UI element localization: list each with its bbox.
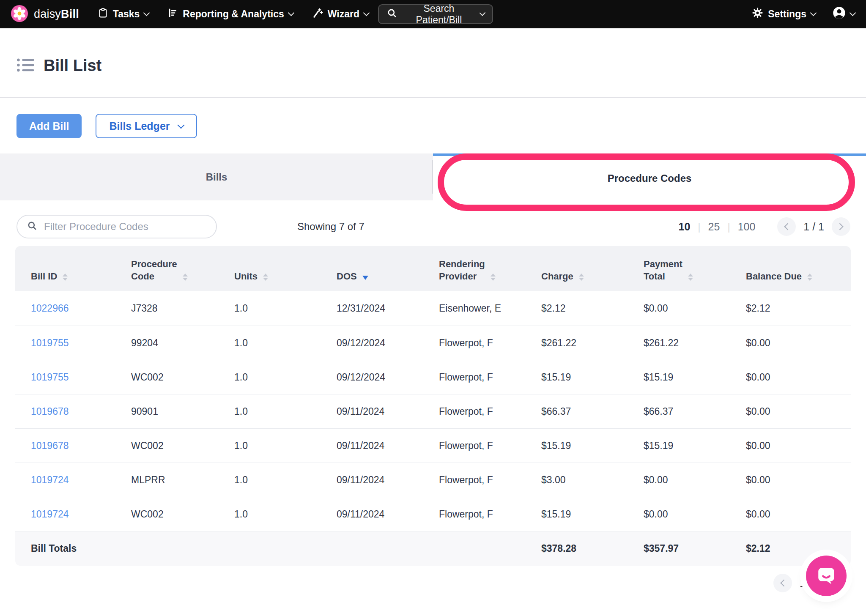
cell-balance-due: $0.00 bbox=[730, 474, 851, 486]
settings-menu[interactable]: Settings bbox=[752, 7, 816, 21]
totals-payment-total: $357.97 bbox=[628, 543, 730, 554]
search-patient-bill-button[interactable]: Search Patient/Bill bbox=[378, 4, 493, 24]
daisybill-brand[interactable]: daisyBill bbox=[11, 5, 79, 24]
cell-balance-due: $0.00 bbox=[730, 440, 851, 452]
search-label: Search Patient/Bill bbox=[403, 3, 474, 26]
column-header-rendering-provider[interactable]: Rendering Provider bbox=[423, 258, 526, 283]
settings-label: Settings bbox=[768, 8, 806, 20]
cell-charge: $15.19 bbox=[526, 509, 628, 520]
gear-icon bbox=[752, 7, 763, 21]
cell-dos: 09/11/2024 bbox=[321, 474, 423, 486]
bill-id-link[interactable]: 1019755 bbox=[15, 372, 115, 383]
sort-icon bbox=[183, 274, 188, 281]
bills-ledger-dropdown[interactable]: Bills Ledger bbox=[96, 114, 197, 138]
prev-page-button[interactable] bbox=[777, 217, 796, 236]
search-icon bbox=[386, 8, 397, 21]
cell-units: 1.0 bbox=[219, 406, 321, 417]
sort-icon bbox=[63, 274, 68, 281]
cell-payment-total: $0.00 bbox=[628, 474, 730, 486]
next-page-button[interactable] bbox=[832, 217, 850, 236]
page-size-100[interactable]: 100 bbox=[738, 221, 756, 233]
table-body: 1022966J73281.012/31/2024Eisenhower, E$2… bbox=[15, 291, 851, 531]
action-buttons: Add Bill Bills Ledger bbox=[16, 114, 866, 138]
column-header-charge[interactable]: Charge bbox=[526, 270, 628, 283]
cell-payment-total: $66.37 bbox=[628, 406, 730, 417]
cell-rendering-provider: Flowerpot, F bbox=[423, 337, 526, 349]
tab-bills[interactable]: Bills bbox=[0, 153, 433, 200]
cell-units: 1.0 bbox=[219, 303, 321, 314]
cell-dos: 09/11/2024 bbox=[321, 406, 423, 417]
daisybill-logo-icon bbox=[11, 5, 28, 24]
sort-icon bbox=[263, 274, 268, 281]
table-row: 1019724WC0021.009/11/2024Flowerpot, F$15… bbox=[15, 497, 851, 531]
cell-charge: $3.00 bbox=[526, 474, 628, 486]
cell-payment-total: $0.00 bbox=[628, 509, 730, 520]
cell-rendering-provider: Eisenhower, E bbox=[423, 303, 526, 314]
cell-dos: 09/12/2024 bbox=[321, 372, 423, 383]
page: daisyBill TasksReporting & AnalyticsWiza… bbox=[0, 0, 866, 616]
cell-rendering-provider: Flowerpot, F bbox=[423, 406, 526, 417]
tab-bar: BillsProcedure Codes bbox=[0, 153, 866, 200]
column-header-units[interactable]: Units bbox=[219, 270, 321, 283]
filter-procedure-codes-input[interactable] bbox=[44, 221, 207, 233]
prev-page-button[interactable] bbox=[773, 574, 792, 592]
cell-dos: 12/31/2024 bbox=[321, 303, 423, 314]
cell-procedure-code: MLPRR bbox=[115, 474, 219, 486]
bill-id-link[interactable]: 1019755 bbox=[15, 337, 115, 349]
cell-balance-due: $0.00 bbox=[730, 509, 851, 520]
cell-rendering-provider: Flowerpot, F bbox=[423, 509, 526, 520]
column-header-procedure-code[interactable]: Procedure Code bbox=[115, 258, 219, 283]
cell-rendering-provider: Flowerpot, F bbox=[423, 440, 526, 452]
page-size-10[interactable]: 10 bbox=[679, 221, 691, 233]
account-menu[interactable] bbox=[833, 6, 855, 22]
cell-charge: $261.22 bbox=[526, 337, 628, 349]
add-bill-button[interactable]: Add Bill bbox=[16, 114, 82, 138]
column-header-dos[interactable]: DOS bbox=[321, 270, 423, 283]
table-toolbar: Showing 7 of 7 10|25|100 1 / 1 bbox=[16, 215, 850, 238]
bill-id-link[interactable]: 1019724 bbox=[15, 474, 115, 486]
showing-count: Showing 7 of 7 bbox=[297, 221, 364, 233]
cell-units: 1.0 bbox=[219, 372, 321, 383]
cell-balance-due: $0.00 bbox=[730, 337, 851, 349]
chat-launcher-button[interactable] bbox=[806, 556, 847, 596]
magic-wand-icon bbox=[312, 8, 323, 21]
cell-units: 1.0 bbox=[219, 440, 321, 452]
page-size-options: 10|25|100 bbox=[679, 221, 756, 233]
cell-rendering-provider: Flowerpot, F bbox=[423, 474, 526, 486]
tab-procedure-codes[interactable]: Procedure Codes bbox=[433, 153, 866, 200]
nav-item-reporting-analytics[interactable]: Reporting & Analytics bbox=[167, 8, 293, 21]
chevron-down-icon bbox=[810, 10, 817, 16]
bill-totals-row: Bill Totals $378.28 $357.97 $2.12 bbox=[15, 531, 851, 566]
cell-units: 1.0 bbox=[219, 509, 321, 520]
sort-icon bbox=[807, 274, 812, 281]
bills-ledger-label: Bills Ledger bbox=[109, 120, 170, 132]
cell-procedure-code: J7328 bbox=[115, 303, 219, 314]
cell-units: 1.0 bbox=[219, 474, 321, 486]
user-avatar-icon bbox=[833, 6, 846, 22]
search-icon bbox=[27, 220, 38, 233]
bill-id-link[interactable]: 1022966 bbox=[15, 303, 115, 314]
page-size-25[interactable]: 25 bbox=[708, 221, 720, 233]
pagination-controls: 10|25|100 1 / 1 bbox=[679, 217, 850, 236]
column-header-payment-total[interactable]: Payment Total bbox=[628, 258, 730, 283]
table-row: 1019724MLPRR1.009/11/2024Flowerpot, F$3.… bbox=[15, 463, 851, 497]
list-icon bbox=[16, 57, 35, 75]
bill-id-link[interactable]: 1019678 bbox=[15, 406, 115, 417]
cell-charge: $66.37 bbox=[526, 406, 628, 417]
bill-id-link[interactable]: 1019724 bbox=[15, 509, 115, 520]
nav-menu: TasksReporting & AnalyticsWizard bbox=[98, 8, 369, 21]
column-header-bill-id[interactable]: Bill ID bbox=[15, 270, 115, 283]
brand-wordmark: daisyBill bbox=[34, 8, 79, 21]
cell-payment-total: $15.19 bbox=[628, 372, 730, 383]
cell-balance-due: $0.00 bbox=[730, 372, 851, 383]
totals-label: Bill Totals bbox=[15, 543, 115, 554]
nav-item-tasks[interactable]: Tasks bbox=[98, 8, 149, 21]
chevron-down-icon bbox=[363, 10, 370, 16]
cell-dos: 09/11/2024 bbox=[321, 509, 423, 520]
column-header-balance-due[interactable]: Balance Due bbox=[730, 270, 851, 283]
cell-charge: $15.19 bbox=[526, 372, 628, 383]
bill-id-link[interactable]: 1019678 bbox=[15, 440, 115, 452]
navbar-right: Settings bbox=[752, 6, 855, 22]
cell-procedure-code: WC002 bbox=[115, 372, 219, 383]
nav-item-wizard[interactable]: Wizard bbox=[312, 8, 369, 21]
